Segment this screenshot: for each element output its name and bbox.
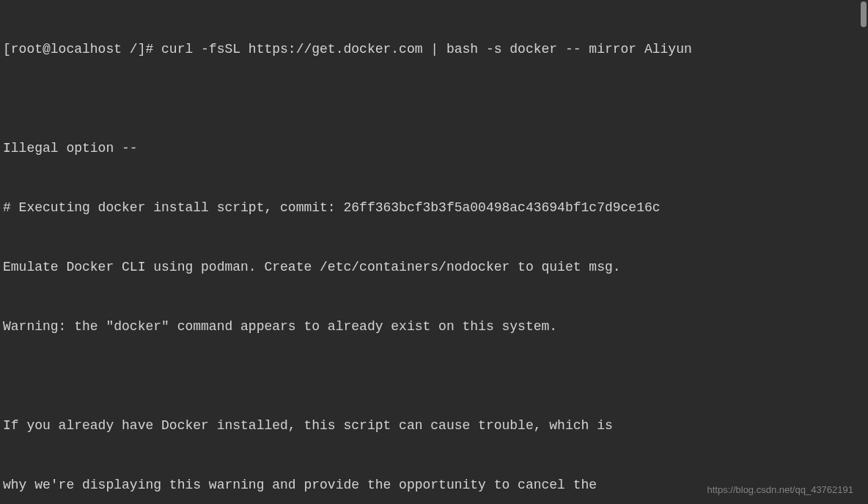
prompt-line: [root@localhost /]# curl -fsSL https://g…	[3, 40, 865, 59]
output-line: # Executing docker install script, commi…	[3, 198, 865, 218]
scrollbar-thumb[interactable]	[861, 1, 867, 27]
output-line: Warning: the "docker" command appears to…	[3, 317, 865, 337]
output-line: Illegal option --	[3, 139, 865, 158]
output-line: If you already have Docker installed, th…	[3, 416, 865, 436]
terminal-output[interactable]: [root@localhost /]# curl -fsSL https://g…	[0, 0, 868, 504]
scrollbar[interactable]	[859, 0, 868, 504]
output-line: Emulate Docker CLI using podman. Create …	[3, 258, 865, 277]
watermark: https://blog.csdn.net/qq_43762191	[707, 483, 854, 497]
